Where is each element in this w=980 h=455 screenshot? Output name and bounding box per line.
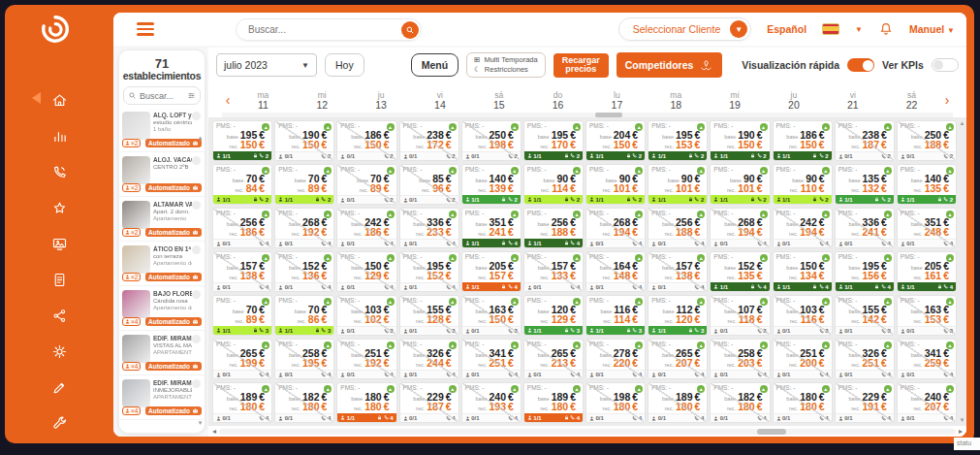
price-cell[interactable]: PMS: -▴base256€rec.188€0/14 [648,208,708,248]
price-cell[interactable]: PMS: -▴base238€rec.187€0/12 [835,120,895,161]
hscroll-thumb[interactable] [757,429,786,435]
price-cell[interactable]: PMS: -▴base341€rec.259€0/14 [897,339,957,379]
price-cell[interactable]: PMS: -▴base278€rec.220€0/14 [585,339,646,379]
establishment-list-item[interactable]: EDIF. MIRAMAR 4 PAXVISTAS AL MARAPARTAME… [119,331,205,375]
price-cell[interactable]: PMS: -▴base157€rec.138€0/14 [648,251,708,292]
price-cell[interactable]: PMS: -▴base90€rec.101€1/12 [710,164,770,205]
establishment-list-item[interactable]: ALOJ. VACACIONAL APTOCENTRO 2ºB×2Automat… [119,152,205,197]
price-cell[interactable]: PMS: -▴base268€rec.192€0/14 [274,208,334,248]
scroll-right-icon[interactable]: ▸ [959,427,963,436]
notifications-bell-icon[interactable] [878,21,894,37]
day-header[interactable]: lu17 [587,90,647,111]
establishment-list-item[interactable]: ÁTICO EN 1ª LÍNEA PLAYAcon terrazaAparta… [119,242,205,286]
price-cell[interactable]: PMS: -▴base152€rec.135€1/14 [710,251,770,292]
next-days-chevron-icon[interactable]: › [941,93,953,107]
price-cell[interactable]: PMS: -▴base120€rec.129€1/13 [523,295,584,336]
sidebar-item-share[interactable] [44,298,75,334]
day-header[interactable]: mi12 [293,90,352,111]
price-cell[interactable]: PMS: -▴base135€rec.132€1/12 [835,164,895,205]
price-cell[interactable]: PMS: -▴base189€rec.180€0/14 [212,382,272,423]
recargar-precios-button[interactable]: Recargarprecios [553,53,609,78]
price-cell[interactable]: PMS: -▴base238€rec.172€0/12 [399,120,459,161]
price-cell[interactable]: PMS: -▴base116€rec.114€1/13 [585,295,646,336]
multi-temporada-box[interactable]: ⊞Multi Temporada ☾Restricciones [466,52,546,78]
spain-flag-icon[interactable] [822,23,839,35]
price-cell[interactable]: PMS: -▴base326€rec.251€0/14 [835,339,895,379]
price-cell[interactable]: PMS: -▴base70€rec.89€1/12 [274,164,334,205]
day-header[interactable]: do16 [528,90,587,111]
user-menu[interactable]: Manuel ▼ [909,23,955,35]
price-cell[interactable]: PMS: -▴base90€rec.110€1/12 [773,164,833,205]
sidebar-item-stats[interactable] [44,118,75,154]
price-cell[interactable]: PMS: -▴base90€rec.114€1/12 [523,164,584,205]
price-cell[interactable]: PMS: -▴base250€rec.188€0/12 [897,120,957,161]
price-cell[interactable]: PMS: -▴base189€rec.180€1/14 [523,382,584,423]
search-icon[interactable] [401,21,419,39]
price-cell[interactable]: PMS: -▴base242€rec.194€0/14 [773,208,833,248]
price-cell[interactable]: PMS: -▴base229€rec.191€0/14 [835,382,895,423]
grid-horizontal-scrollbar[interactable]: ◂ ▸ [208,426,966,437]
price-cell[interactable]: PMS: -▴base103€rec.116€0/13 [773,295,833,336]
price-cell[interactable]: PMS: -▴base190€rec.150€1/12 [710,120,770,161]
price-cell[interactable]: PMS: -▴base155€rec.128€0/13 [399,295,459,336]
month-select[interactable]: julio 2023▼ [216,53,317,77]
price-cell[interactable]: PMS: -▴base180€rec.180€1/14 [336,382,396,423]
sidebar-item-screen[interactable] [44,226,75,262]
price-cell[interactable]: PMS: -▴base85€rec.96€0/12 [399,164,459,205]
price-cell[interactable]: PMS: -▴base229€rec.187€0/14 [399,382,459,423]
price-cell[interactable]: PMS: -▴base163€rec.150€0/13 [461,295,522,336]
price-cell[interactable]: PMS: -▴base150€rec.134€1/14 [773,251,833,292]
menu-button[interactable]: Menú [411,53,458,77]
ver-kpis-toggle[interactable] [932,58,959,72]
prev-days-chevron-icon[interactable]: ‹ [222,93,234,107]
price-cell[interactable]: PMS: -▴base250€rec.198€0/12 [461,120,522,161]
price-cell[interactable]: PMS: -▴base90€rec.101€1/12 [585,164,646,205]
price-cell[interactable]: PMS: -▴base182€rec.180€0/14 [710,382,770,423]
sidebar-item-tools[interactable] [44,406,75,441]
price-cell[interactable]: PMS: -▴base190€rec.150€0/12 [274,120,334,161]
price-cell[interactable]: PMS: -▴base195€rec.153€1/12 [648,120,708,161]
price-cell[interactable]: PMS: -▴base186€rec.150€1/12 [773,120,833,161]
price-cell[interactable]: PMS: -▴base256€rec.188€1/14 [523,208,584,248]
price-cell[interactable]: PMS: -▴base107€rec.118€0/13 [710,295,770,336]
day-header[interactable]: vi21 [823,90,882,111]
establishment-list-item[interactable]: BAJO FLORES 4 PAXCándida rosaApartamento… [119,286,205,331]
price-cell[interactable]: PMS: -▴base336€rec.233€0/14 [399,208,459,248]
price-cell[interactable]: PMS: -▴base265€rec.207€0/14 [648,339,708,379]
price-cell[interactable]: PMS: -▴base351€rec.241€1/14 [461,208,522,248]
day-header[interactable]: ma18 [647,90,706,111]
establishments-search[interactable] [123,86,201,105]
vis-rapida-toggle[interactable] [847,58,874,72]
price-cell[interactable]: PMS: -▴base265€rec.199€0/14 [212,339,272,379]
menu-hamburger-icon[interactable] [137,19,154,39]
establishments-search-input[interactable] [140,91,184,101]
price-cell[interactable]: PMS: -▴base182€rec.180€0/14 [274,382,334,423]
price-cell[interactable]: PMS: -▴base240€rec.193€0/14 [461,382,522,423]
day-header[interactable]: mi19 [706,90,765,111]
price-cell[interactable]: PMS: -▴base195€rec.170€1/12 [523,120,584,161]
price-cell[interactable]: PMS: -▴base258€rec.203€0/14 [710,339,770,379]
price-cell[interactable]: PMS: -▴base240€rec.207€0/14 [897,382,957,423]
price-cell[interactable]: PMS: -▴base70€rec.89€1/13 [212,295,272,336]
price-cell[interactable]: PMS: -▴base268€rec.194€0/14 [710,208,770,248]
price-cell[interactable]: PMS: -▴base195€rec.156€1/14 [835,251,895,292]
day-header[interactable]: sá15 [469,90,528,111]
price-cell[interactable]: PMS: -▴base189€rec.180€0/14 [648,382,708,423]
price-cell[interactable]: PMS: -▴base195€rec.152€0/14 [399,251,459,292]
sidebar-item-editor[interactable] [44,370,75,406]
day-header[interactable]: ju20 [764,90,823,111]
price-cell[interactable]: PMS: -▴base140€rec.135€1/12 [897,164,957,205]
price-cell[interactable]: PMS: -▴base70€rec.89€0/12 [336,164,396,205]
day-header[interactable]: ju13 [352,90,411,111]
price-cell[interactable]: PMS: -▴base251€rec.192€0/14 [336,339,396,379]
price-cell[interactable]: PMS: -▴base258€rec.195€0/14 [274,339,334,379]
sidebar-item-home[interactable] [44,82,75,118]
price-cell[interactable]: PMS: -▴base265€rec.213€0/14 [523,339,584,379]
global-search[interactable] [236,18,422,41]
sidebar-item-settings[interactable] [44,334,75,370]
price-cell[interactable]: PMS: -▴base351€rec.248€0/14 [897,208,957,248]
sidebar-item-documents[interactable] [44,262,75,298]
price-cell[interactable]: PMS: -▴base163€rec.153€0/13 [897,295,957,336]
price-cell[interactable]: PMS: -▴base205€rec.161€1/14 [897,251,957,292]
avirato-logo-icon[interactable] [40,14,71,45]
